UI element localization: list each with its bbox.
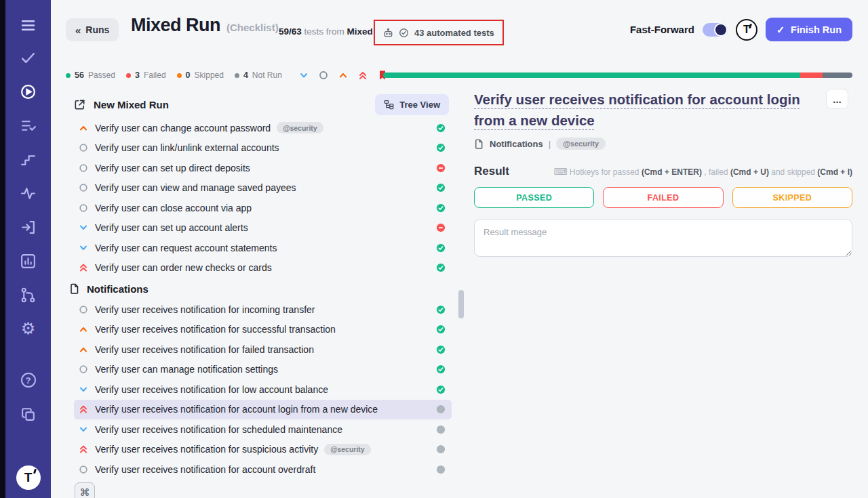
gear-icon[interactable]: ⚙ [13,312,44,346]
status-passed-icon [436,305,446,314]
priority-none-icon [78,203,89,213]
passed-button[interactable]: PASSED [474,187,594,208]
status-dot-icon [126,73,131,78]
testomat-badge-icon[interactable]: T [736,19,757,41]
priority-low-icon [78,384,89,395]
file-icon [69,283,80,294]
test-row[interactable]: Verify user can link/unlink external acc… [74,138,452,159]
fast-forward-toggle[interactable] [703,23,728,37]
main-area: « Runs Mixed Run (Checklist) 59/63 tests… [51,0,868,498]
test-row[interactable]: Verify user receives notification for in… [74,299,452,320]
test-row[interactable]: Verify user can close account via app [74,198,452,218]
run-list-icon[interactable] [13,108,44,142]
stat-chip-passed[interactable]: 56Passed [66,70,115,80]
test-row[interactable]: Verify user receives notification for su… [74,320,452,340]
chevrons-left-icon: « [75,24,81,36]
priority-filters [298,70,388,81]
progress-segment-rest [823,72,852,78]
run-tests-panel: New Mixed Run Tree View Verify user can … [58,91,454,498]
tests-count-summary: 59/63 tests from Mixed [279,26,373,37]
run-title: New Mixed Run [94,99,169,110]
check-icon[interactable] [13,41,44,75]
test-row[interactable]: Verify user can set up account alerts [74,218,452,238]
help-icon[interactable]: ? [13,363,44,397]
test-row[interactable]: Verify user can manage notification sett… [74,360,452,380]
priority-none-icon [78,182,89,193]
status-passed-icon [436,263,446,272]
status-passed-icon [436,243,446,253]
bar-chart-icon[interactable] [13,244,44,278]
test-row[interactable]: Verify user can request account statemen… [74,238,452,258]
tag-badge: @security [277,122,323,133]
status-dot-icon [66,73,71,78]
progress-segment-failed [800,72,823,78]
status-passed-icon [436,203,446,213]
suite-row[interactable]: Notifications [69,278,454,299]
double-chevron-up-icon[interactable] [357,70,368,81]
failed-button[interactable]: FAILED [603,187,723,208]
priority-low-icon [78,243,89,253]
circle-icon[interactable] [318,70,329,81]
test-row[interactable]: Verify user can set up direct deposits [74,158,452,178]
play-circle-icon[interactable] [13,75,44,108]
progress-segment-passed [383,72,800,78]
check-icon: ✓ [776,24,785,35]
launch-run-icon [73,98,86,111]
priority-none-icon [78,163,89,173]
priority-none-icon [78,142,89,153]
priority-high-icon [78,344,89,355]
status-notrun-icon [436,425,446,434]
status-passed-icon [436,385,446,394]
priority-low-icon [78,222,89,233]
test-row-selected[interactable]: Verify user receives notification for ac… [74,400,452,420]
app-root: ⚙ ? T « Runs Mixed Run (Checklist) 59/63… [0,0,868,498]
status-notrun-icon [436,465,446,474]
sign-in-icon[interactable] [13,210,44,244]
test-row[interactable]: Verify user receives notification for su… [74,440,452,460]
status-passed-icon [436,345,446,354]
testomat-logo[interactable]: T [16,465,41,490]
command-hint-button[interactable]: ⌘ [75,482,95,498]
finish-run-button[interactable]: ✓ Finish Run [766,18,852,41]
result-buttons: PASSED FAILED SKIPPED [474,187,852,208]
stat-chip-not-run[interactable]: 4Not Run [235,70,282,80]
more-options-button[interactable]: ... [826,89,848,109]
scrollbar[interactable] [458,290,464,318]
status-passed-icon [436,365,446,374]
pulse-icon[interactable] [13,176,44,210]
chevron-up-icon[interactable] [338,70,349,81]
git-branch-icon[interactable] [13,278,44,312]
test-row[interactable]: Verify user receives notification for lo… [74,379,452,400]
suite-link[interactable]: Notifications [490,139,543,149]
status-failed-icon [436,223,446,232]
steps-icon[interactable] [13,142,44,176]
breadcrumb: Notifications | @security [474,138,852,150]
chevron-down-icon[interactable] [298,70,309,81]
skipped-button[interactable]: SKIPPED [732,187,852,208]
test-row[interactable]: Verify user receives notification for fa… [74,339,452,360]
status-failed-icon [436,163,446,173]
test-row[interactable]: Verify user receives notification for sc… [74,419,452,440]
run-type-label: (Checklist) [226,22,279,33]
stat-chip-failed[interactable]: 3Failed [126,70,166,80]
priority-critical-icon [78,262,89,273]
stats-row: 56Passed3Failed0Skipped4Not Run [66,69,388,81]
stat-chip-skipped[interactable]: 0Skipped [177,70,224,80]
run-progress-bar [383,72,852,78]
tag-badge[interactable]: @security [556,138,606,150]
tree-view-button[interactable]: Tree View [375,94,449,115]
test-row[interactable]: Verify user can order new checks or card… [74,258,452,278]
back-to-runs-button[interactable]: « Runs [66,18,119,41]
copy-icon[interactable] [13,397,44,431]
result-message-input[interactable] [474,219,852,257]
test-row[interactable]: Verify user can change account password@… [74,118,452,138]
status-passed-icon [436,183,446,192]
menu-icon[interactable] [13,9,44,41]
automated-tests-badge[interactable]: 43 automated tests [374,20,504,45]
test-row[interactable]: Verify user can view and manage saved pa… [74,178,452,199]
hotkeys-hint: ⌨Hotkeys for passed (Cmd + ENTER) , fail… [554,166,852,177]
priority-high-icon [78,324,89,335]
priority-critical-icon [78,444,89,455]
test-row[interactable]: Verify user receives notification for ac… [74,459,452,480]
test-detail-title[interactable]: Verify user receives notification for ac… [474,89,816,131]
